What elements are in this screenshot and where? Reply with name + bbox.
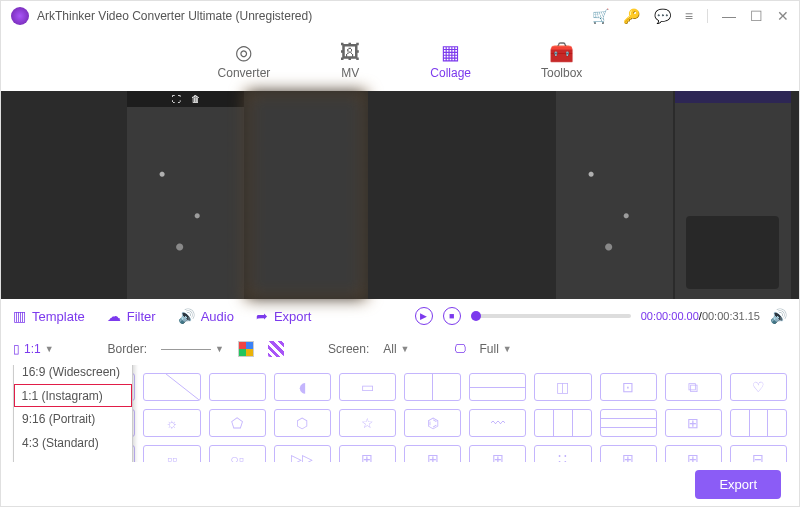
template-cell[interactable]: ⌬ bbox=[404, 409, 461, 437]
ratio-option-219[interactable]: 21:9 (Cinema) bbox=[14, 455, 132, 462]
tab-audio[interactable]: 🔊Audio bbox=[178, 308, 234, 324]
time-current: 00:00:00.00 bbox=[641, 310, 699, 322]
template-cell[interactable] bbox=[143, 373, 200, 401]
cart-icon[interactable]: 🛒 bbox=[592, 8, 609, 24]
titlebar: ArkThinker Video Converter Ultimate (Unr… bbox=[1, 1, 799, 31]
filter-icon: ☁ bbox=[107, 308, 121, 324]
timeline-slider[interactable] bbox=[471, 314, 631, 318]
options-bar: ▯ 1:1 ▼ Border: ▼ Screen: All ▼ 🖵 Full ▼ bbox=[1, 333, 799, 365]
template-cell[interactable]: ◫ bbox=[534, 373, 591, 401]
template-cell[interactable]: ⊞ bbox=[339, 445, 396, 462]
template-cell[interactable]: ♡ bbox=[730, 373, 787, 401]
app-window: ArkThinker Video Converter Ultimate (Unr… bbox=[0, 0, 800, 507]
menu-icon[interactable]: ≡ bbox=[685, 8, 693, 24]
ratio-option-916[interactable]: 9:16 (Portrait) bbox=[14, 407, 132, 431]
template-cell[interactable] bbox=[600, 409, 657, 437]
template-cell[interactable]: ▷▷ bbox=[274, 445, 331, 462]
svg-line-1 bbox=[166, 374, 199, 400]
template-cell[interactable] bbox=[730, 409, 787, 437]
ratio-option-43[interactable]: 4:3 (Standard) bbox=[14, 431, 132, 455]
template-cell[interactable]: ⊟ bbox=[730, 445, 787, 462]
maximize-icon[interactable]: ☐ bbox=[750, 8, 763, 24]
preview-slot-2[interactable] bbox=[246, 91, 366, 299]
template-cell[interactable] bbox=[404, 373, 461, 401]
template-cell[interactable]: ⊞ bbox=[469, 445, 526, 462]
nav-label: Toolbox bbox=[541, 66, 582, 80]
play-button[interactable]: ▶ bbox=[415, 307, 433, 325]
app-logo-icon bbox=[11, 7, 29, 25]
template-cell[interactable]: ⊞ bbox=[665, 445, 722, 462]
titlebar-controls: 🛒 🔑 💬 ≡ — ☐ ✕ bbox=[592, 8, 789, 24]
template-cell[interactable]: ☆ bbox=[339, 409, 396, 437]
template-icon: ▥ bbox=[13, 308, 26, 324]
template-cell[interactable]: ◖ bbox=[274, 373, 331, 401]
template-cell[interactable]: ⧉ bbox=[665, 373, 722, 401]
close-icon[interactable]: ✕ bbox=[777, 8, 789, 24]
template-cell[interactable]: ⊞ bbox=[600, 445, 657, 462]
nav-converter[interactable]: ◎ Converter bbox=[218, 42, 271, 80]
template-cell[interactable]: ○▫ bbox=[209, 445, 266, 462]
stop-button[interactable]: ■ bbox=[443, 307, 461, 325]
template-cell[interactable]: ∷ bbox=[534, 445, 591, 462]
preview-slot-empty[interactable] bbox=[368, 91, 554, 299]
time-display: 00:00:00.00/00:00:31.15 bbox=[641, 310, 760, 322]
preview-slot-1[interactable]: ⛶ 🗑 bbox=[127, 91, 243, 299]
pattern-picker[interactable] bbox=[268, 341, 284, 357]
time-total: 00:00:31.15 bbox=[702, 310, 760, 322]
chevron-down-icon: ▼ bbox=[215, 344, 224, 354]
key-icon[interactable]: 🔑 bbox=[623, 8, 640, 24]
converter-icon: ◎ bbox=[235, 42, 252, 62]
timeline-knob[interactable] bbox=[471, 311, 481, 321]
tab-label: Audio bbox=[201, 309, 234, 324]
screen-selector[interactable]: All ▼ bbox=[383, 342, 409, 356]
preview-slot-empty[interactable] bbox=[9, 91, 125, 299]
template-cell[interactable]: ▫▫ bbox=[143, 445, 200, 462]
template-cell[interactable] bbox=[534, 409, 591, 437]
color-picker[interactable] bbox=[238, 341, 254, 357]
tab-filter[interactable]: ☁Filter bbox=[107, 308, 156, 324]
template-cell[interactable]: ⊞ bbox=[404, 445, 461, 462]
audio-icon: 🔊 bbox=[178, 308, 195, 324]
template-cell[interactable]: ⬠ bbox=[209, 409, 266, 437]
display-icon: 🖵 bbox=[454, 342, 466, 356]
preview-slot-3[interactable] bbox=[556, 91, 672, 299]
ratio-option-169[interactable]: 16:9 (Widescreen) bbox=[14, 365, 132, 384]
template-cell[interactable] bbox=[469, 373, 526, 401]
template-cell[interactable]: ▭ bbox=[339, 373, 396, 401]
main-nav: ◎ Converter 🖼 MV ▦ Collage 🧰 Toolbox bbox=[1, 31, 799, 91]
tab-label: Filter bbox=[127, 309, 156, 324]
crop-icon[interactable]: ⛶ bbox=[172, 94, 181, 104]
export-button[interactable]: Export bbox=[695, 470, 781, 499]
tab-template[interactable]: ▥Template bbox=[13, 308, 85, 324]
template-cell[interactable]: ⊡ bbox=[600, 373, 657, 401]
toolbox-icon: 🧰 bbox=[549, 42, 574, 62]
ratio-selector[interactable]: ▯ 1:1 ▼ bbox=[13, 342, 54, 356]
ratio-option-11[interactable]: 1:1 (Instagram) bbox=[14, 384, 132, 407]
nav-label: Converter bbox=[218, 66, 271, 80]
footer: Export bbox=[1, 462, 799, 506]
minimize-icon[interactable]: — bbox=[722, 8, 736, 24]
nav-collage[interactable]: ▦ Collage bbox=[430, 42, 471, 80]
preview-slot-4[interactable] bbox=[675, 91, 791, 299]
nav-toolbox[interactable]: 🧰 Toolbox bbox=[541, 42, 582, 80]
border-style-selector[interactable]: ▼ bbox=[161, 344, 224, 354]
nav-mv[interactable]: 🖼 MV bbox=[340, 42, 360, 80]
template-cell[interactable]: ☼ bbox=[143, 409, 200, 437]
template-cell[interactable] bbox=[209, 373, 266, 401]
chevron-down-icon: ▼ bbox=[503, 344, 512, 354]
mv-icon: 🖼 bbox=[340, 42, 360, 62]
border-label: Border: bbox=[108, 342, 147, 356]
trash-icon[interactable]: 🗑 bbox=[191, 94, 200, 104]
volume-icon[interactable]: 🔊 bbox=[770, 308, 787, 324]
template-cell[interactable]: ⬡ bbox=[274, 409, 331, 437]
nav-label: Collage bbox=[430, 66, 471, 80]
chevron-down-icon: ▼ bbox=[45, 344, 54, 354]
template-cell[interactable]: ⊞ bbox=[665, 409, 722, 437]
tab-label: Template bbox=[32, 309, 85, 324]
template-cell[interactable]: 〰 bbox=[469, 409, 526, 437]
chat-icon[interactable]: 💬 bbox=[654, 8, 671, 24]
collage-toolbar: ▥Template ☁Filter 🔊Audio ➦Export ▶ ■ 00:… bbox=[1, 299, 799, 333]
full-selector[interactable]: Full ▼ bbox=[480, 342, 512, 356]
tab-export[interactable]: ➦Export bbox=[256, 308, 312, 324]
tab-label: Export bbox=[274, 309, 312, 324]
